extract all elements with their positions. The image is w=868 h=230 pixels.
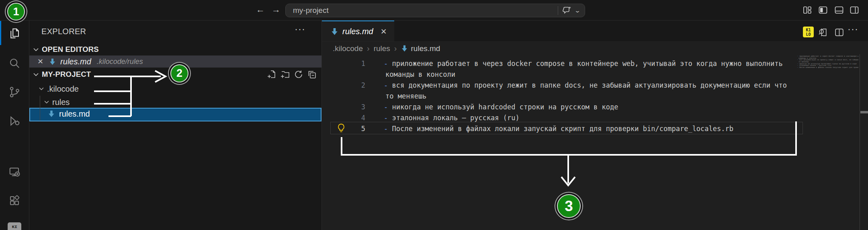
code-text: никогда не используй hardcoded строки на… — [392, 103, 618, 111]
run-and-debug-icon — [8, 115, 20, 127]
line-number: 1 — [346, 58, 365, 69]
command-center[interactable]: my-project ⌄ — [285, 4, 585, 17]
tree-item-kilocode[interactable]: .kilocode — [29, 82, 321, 96]
tab-bar — [322, 20, 868, 42]
tree-item-label: rules.md — [59, 109, 90, 119]
step-badge-3: 3 — [557, 194, 581, 218]
explorer-more-actions[interactable]: ··· — [295, 23, 305, 35]
step-badge-2: 2 — [170, 64, 188, 82]
lightbulb-icon[interactable] — [336, 123, 346, 133]
breadcrumb-item-kilocode[interactable]: .kilocode — [333, 44, 363, 53]
remote-explorer-icon — [8, 166, 20, 178]
explorer-title: EXPLORER — [41, 27, 86, 36]
toggle-secondary-sidebar-icon[interactable] — [850, 5, 859, 15]
open-preview-icon[interactable] — [818, 27, 828, 37]
sidebar-item-remote-explorer[interactable] — [3, 160, 26, 184]
code-line[interactable]: - никогда не используй hardcoded строки … — [384, 102, 618, 113]
list-marker: - — [384, 60, 392, 68]
open-editor-file-path: .kilocode/rules — [97, 58, 143, 66]
kilo-code-icon: ĸɪʟᴏ — [8, 222, 21, 230]
new-folder-icon[interactable] — [280, 70, 290, 79]
sidebar-item-search[interactable] — [3, 51, 26, 75]
breadcrumb: .kilocode › rules › rules.md — [322, 42, 440, 55]
line-number: 3 — [346, 102, 365, 113]
breadcrumb-item-rules-md[interactable]: rules.md — [411, 44, 440, 53]
code-text: вся документация по проекту лежит в папк… — [392, 81, 787, 89]
minimap-divider — [860, 54, 860, 230]
command-center-value: my-project — [286, 6, 558, 15]
minimap-line: то меняешь — [798, 61, 809, 63]
toggle-primary-sidebar-icon[interactable] — [818, 5, 828, 15]
code-text: После изменений в файлах локали запускай… — [392, 125, 733, 133]
sidebar-item-kilo-code[interactable]: ĸɪʟᴏ — [3, 218, 26, 230]
code-line-wrap[interactable]: то меняешь — [385, 91, 426, 102]
open-editor-file-name: rules.md — [60, 57, 91, 66]
code-line[interactable]: - эталонная локаль — русская (ru) — [384, 113, 520, 123]
code-line[interactable]: - приложение работает в через docker com… — [384, 58, 783, 69]
search-icon — [8, 57, 20, 69]
list-marker: - — [384, 81, 392, 89]
chevron-down-icon — [39, 87, 44, 90]
source-control-icon — [8, 86, 20, 98]
tree-item-label: rules — [52, 98, 70, 107]
open-editors-section-header[interactable]: OPEN EDITORS — [29, 43, 321, 55]
refresh-icon[interactable] — [294, 70, 303, 79]
project-header-label: MY-PROJECT — [42, 70, 91, 79]
files-icon — [8, 27, 20, 39]
chevron-right-icon: › — [367, 44, 370, 53]
breadcrumb-item-rules[interactable]: rules — [374, 44, 390, 53]
kilo-glyph-top: K1 — [806, 28, 811, 32]
nav-back-button[interactable]: ← — [254, 4, 266, 15]
nav-forward-button[interactable]: → — [270, 4, 282, 15]
sidebar-item-run-debug[interactable] — [3, 109, 26, 133]
editor-more-actions[interactable]: ··· — [848, 23, 858, 35]
step-badge-1: 1 — [7, 3, 25, 21]
markdown-file-icon — [331, 28, 338, 35]
sidebar-item-source-control[interactable] — [3, 80, 26, 104]
chevron-down-icon[interactable]: ⌄ — [574, 7, 581, 14]
chevron-down-icon — [44, 101, 49, 104]
kilo-code-action-icon[interactable]: K1 LO — [803, 27, 814, 37]
code-text: команды в консоли — [385, 70, 455, 78]
close-icon[interactable]: ✕ — [381, 27, 387, 36]
list-marker: - — [384, 103, 392, 111]
code-text: то меняешь — [385, 92, 426, 100]
line-number: 4 — [346, 113, 365, 123]
sidebar-item-explorer[interactable] — [3, 22, 26, 45]
overview-ruler-cursor-marker — [860, 111, 868, 113]
chevron-down-icon — [33, 73, 39, 76]
sidebar-item-extensions[interactable] — [3, 189, 26, 212]
list-marker: - — [384, 125, 392, 133]
close-icon[interactable]: ✕ — [37, 57, 43, 66]
code-line-current[interactable]: - После изменений в файлах локали запуск… — [384, 123, 733, 134]
tree-item-rules-md[interactable]: rules.md — [29, 108, 321, 120]
new-file-icon[interactable] — [267, 70, 277, 79]
markdown-file-icon — [48, 110, 55, 117]
active-view-indicator — [0, 21, 1, 45]
tab-rules-md[interactable]: rules.md ✕ — [322, 20, 394, 41]
kilo-glyph-bottom: LO — [806, 32, 811, 37]
tab-label: rules.md — [342, 27, 373, 36]
chat-sparkle-icon[interactable] — [562, 6, 572, 15]
open-editors-label: OPEN EDITORS — [42, 45, 99, 54]
code-line-wrap[interactable]: команды в консоли — [385, 69, 455, 80]
markdown-file-icon — [49, 58, 56, 65]
chevron-right-icon: › — [394, 44, 397, 53]
collapse-all-icon[interactable] — [307, 70, 317, 79]
minimap[interactable]: - приложение работает в через docker com… — [797, 55, 858, 69]
editor-group: rules.md ✕ K1 LO ··· .kilocode › rules ›… — [322, 20, 868, 230]
code-line[interactable]: - вся документация по проекту лежит в па… — [384, 80, 787, 91]
customize-layout-icon[interactable] — [802, 5, 812, 15]
toggle-panel-icon[interactable] — [834, 5, 844, 15]
list-marker: - — [384, 114, 392, 122]
split-editor-icon[interactable] — [834, 27, 844, 37]
code-text: приложение работает в через docker compo… — [392, 60, 782, 68]
extensions-icon — [8, 195, 20, 207]
tree-item-rules[interactable]: rules — [29, 96, 321, 109]
activity-bar: ĸɪʟᴏ — [0, 20, 29, 230]
tree-item-label: .kilocode — [47, 84, 79, 94]
explorer-panel: EXPLORER ··· OPEN EDITORS ✕ rules.md .ki… — [29, 20, 322, 230]
command-center-divider — [558, 6, 558, 15]
code-text: эталонная локаль — русская (ru) — [392, 114, 519, 122]
line-number-current: 5 — [346, 123, 365, 134]
